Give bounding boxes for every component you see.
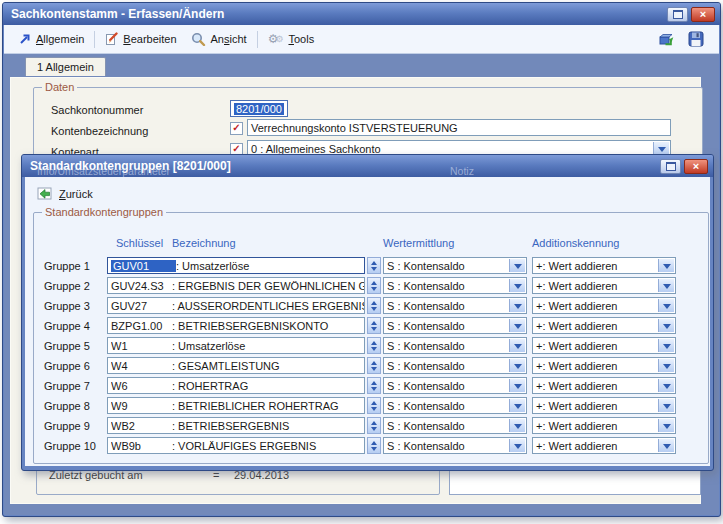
chevron-down-icon[interactable] xyxy=(658,339,674,352)
wertermittlung-select[interactable]: S : Kontensaldo xyxy=(383,377,527,394)
additionskennung-select[interactable]: +: Wert addieren xyxy=(532,397,676,414)
dialog-titlebar[interactable]: Standardkontengruppen [8201/000] Info/Um… xyxy=(22,155,713,177)
schluessel-spinner[interactable] xyxy=(367,397,381,414)
chevron-down-icon[interactable] xyxy=(509,259,525,272)
bezeichnung-value: : BETRIEBSERGEBNISKONTO xyxy=(172,320,328,332)
chevron-down-icon[interactable] xyxy=(509,299,525,312)
chevron-down-icon[interactable] xyxy=(658,299,674,312)
schluessel-spinner[interactable] xyxy=(367,317,381,334)
schluessel-input[interactable]: WB2 : BETRIEBSERGEBNIS xyxy=(107,417,365,434)
additionskennung-select[interactable]: +: Wert addieren xyxy=(532,417,676,434)
close-button[interactable]: × xyxy=(691,7,715,22)
chevron-down-icon[interactable] xyxy=(658,439,674,452)
wertermittlung-select[interactable]: S : Kontensaldo xyxy=(383,357,527,374)
wertermittlung-select[interactable]: S : Kontensaldo xyxy=(383,417,527,434)
menu-tools[interactable]: ⚙⚙ Tools xyxy=(261,30,322,48)
schluessel-input[interactable]: W9 : BETRIEBLICHER ROHERTRAG xyxy=(107,397,365,414)
menu-allgemein[interactable]: Allgemein xyxy=(12,30,91,48)
chevron-down-icon[interactable] xyxy=(509,419,525,432)
schluessel-spinner[interactable] xyxy=(367,337,381,354)
additionskennung-select[interactable]: +: Wert addieren xyxy=(532,357,676,374)
tab-allgemein[interactable]: 1 Allgemein xyxy=(25,57,106,76)
chevron-down-icon[interactable] xyxy=(658,359,674,372)
bezeichnung-value: : ERGEBNIS DER GEWÖHNLICHEN GES xyxy=(172,280,365,292)
wertermittlung-select[interactable]: S : Kontensaldo xyxy=(383,257,527,274)
wertermittlung-select[interactable]: S : Kontensaldo xyxy=(383,397,527,414)
wertermittlung-select[interactable]: S : Kontensaldo xyxy=(383,297,527,314)
schluessel-input[interactable]: W1 : Umsatzerlöse xyxy=(107,337,365,354)
spinner-down-icon xyxy=(371,427,377,434)
additionskennung-select[interactable]: +: Wert addieren xyxy=(532,437,676,454)
chevron-down-icon[interactable] xyxy=(509,379,525,392)
chevron-down-icon[interactable] xyxy=(509,319,525,332)
schluessel-spinner[interactable] xyxy=(367,277,381,294)
menu-bearbeiten[interactable]: Bearbeiten xyxy=(98,29,183,49)
schluessel-spinner[interactable] xyxy=(367,257,381,274)
chevron-down-icon[interactable] xyxy=(658,379,674,392)
schluessel-input[interactable]: W6 : ROHERTRAG xyxy=(107,377,365,394)
additionskennung-select[interactable]: +: Wert addieren xyxy=(532,377,676,394)
restore-button[interactable] xyxy=(667,7,688,22)
kontenbezeichnung-checkbox[interactable]: ✓ xyxy=(230,122,243,135)
dialog-restore-button[interactable] xyxy=(660,159,681,174)
menu-bearbeiten-label: Bearbeiten xyxy=(123,33,176,45)
group-row: Gruppe 6 W4 : GESAMTLEISTUNG S : Kontens… xyxy=(34,357,708,375)
schluessel-input[interactable]: GUV01 : Umsatzerlöse xyxy=(107,257,365,274)
chevron-down-icon[interactable] xyxy=(509,439,525,452)
main-titlebar[interactable]: Sachkontenstamm - Erfassen/Ändern × xyxy=(3,3,720,25)
schluessel-value: W6 xyxy=(111,380,172,392)
dialog-close-button[interactable]: × xyxy=(684,159,708,174)
wertermittlung-select[interactable]: S : Kontensaldo xyxy=(383,437,527,454)
chevron-down-icon[interactable] xyxy=(509,339,525,352)
menu-ansicht[interactable]: Ansicht xyxy=(184,29,254,49)
schluessel-input[interactable]: WB9b : VORLÄUFIGES ERGEBNIS xyxy=(107,437,365,454)
schluessel-value: GUV27 xyxy=(111,300,172,312)
wertermittlung-value: S : Kontensaldo xyxy=(387,420,465,432)
schluessel-spinner[interactable] xyxy=(367,297,381,314)
chevron-down-icon[interactable] xyxy=(658,259,674,272)
chevron-down-icon[interactable] xyxy=(509,279,525,292)
additionskennung-value: +: Wert addieren xyxy=(536,340,617,352)
spinner-down-icon xyxy=(371,347,377,354)
additionskennung-select[interactable]: +: Wert addieren xyxy=(532,257,676,274)
bezeichnung-value: : AUSSERORDENTLICHES ERGEBNIS xyxy=(172,300,365,312)
schluessel-input[interactable]: GUV27 : AUSSERORDENTLICHES ERGEBNIS xyxy=(107,297,365,314)
kontenbezeichnung-input[interactable]: Verrechnungskonto ISTVERSTEUERUNG xyxy=(247,119,671,136)
wertermittlung-select[interactable]: S : Kontensaldo xyxy=(383,317,527,334)
wertermittlung-select[interactable]: S : Kontensaldo xyxy=(383,337,527,354)
export-box-icon[interactable] xyxy=(658,31,674,47)
schluessel-input[interactable]: W4 : GESAMTLEISTUNG xyxy=(107,357,365,374)
chevron-down-icon[interactable] xyxy=(658,319,674,332)
bezeichnung-value: : Umsatzerlöse xyxy=(172,340,245,352)
schluessel-spinner[interactable] xyxy=(367,437,381,454)
additionskennung-select[interactable]: +: Wert addieren xyxy=(532,297,676,314)
schluessel-spinner[interactable] xyxy=(367,377,381,394)
wertermittlung-value: S : Kontensaldo xyxy=(387,320,465,332)
back-arrow-icon xyxy=(37,186,53,201)
schluessel-spinner[interactable] xyxy=(367,357,381,374)
save-icon[interactable] xyxy=(688,31,705,48)
schluessel-input[interactable]: BZPG1.00 : BETRIEBSERGEBNISKONTO xyxy=(107,317,365,334)
additionskennung-select[interactable]: +: Wert addieren xyxy=(532,337,676,354)
chevron-down-icon[interactable] xyxy=(509,359,525,372)
main-window-title: Sachkontenstamm - Erfassen/Ändern xyxy=(11,7,664,21)
schluessel-input[interactable]: GUV24.S3 : ERGEBNIS DER GEWÖHNLICHEN GES xyxy=(107,277,365,294)
magnifier-icon xyxy=(191,32,206,46)
chevron-down-icon[interactable] xyxy=(509,399,525,412)
sachkontonummer-input[interactable]: 8201/000 xyxy=(230,100,288,117)
wertermittlung-value: S : Kontensaldo xyxy=(387,440,465,452)
close-icon: × xyxy=(693,161,699,172)
wertermittlung-select[interactable]: S : Kontensaldo xyxy=(383,277,527,294)
chevron-down-icon[interactable] xyxy=(658,399,674,412)
edit-note-icon xyxy=(105,32,118,46)
chevron-down-icon[interactable] xyxy=(658,419,674,432)
additionskennung-value: +: Wert addieren xyxy=(536,260,617,272)
additionskennung-select[interactable]: +: Wert addieren xyxy=(532,277,676,294)
schluessel-value: W1 xyxy=(111,340,172,352)
chevron-down-icon[interactable] xyxy=(658,279,674,292)
additionskennung-select[interactable]: +: Wert addieren xyxy=(532,317,676,334)
schluessel-spinner[interactable] xyxy=(367,417,381,434)
group-row-label: Gruppe 7 xyxy=(44,380,90,392)
zurueck-button[interactable]: Zurück xyxy=(33,184,97,203)
red-check-icon: ✓ xyxy=(232,122,240,133)
